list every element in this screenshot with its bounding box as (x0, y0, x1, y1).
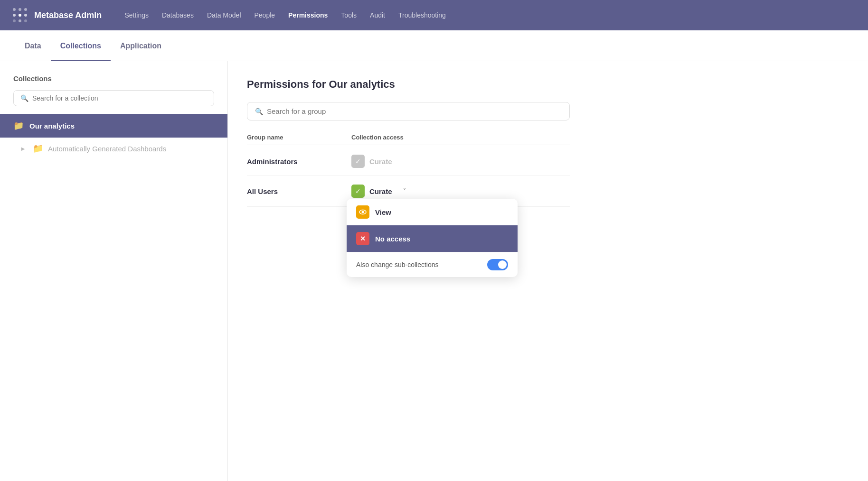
svg-point-8 (24, 19, 27, 22)
tab-data[interactable]: Data (15, 30, 51, 61)
check-icon-all-users: ✓ (351, 185, 365, 198)
collection-item-our-analytics[interactable]: 📁 Our analytics (0, 114, 227, 138)
access-dropdown-menu: View ✕ No access Also change sub-collect… (347, 199, 518, 277)
no-access-icon: ✕ (356, 232, 369, 245)
access-dropdown-toggle[interactable]: ˅ (397, 184, 412, 199)
svg-point-1 (19, 8, 21, 11)
collection-search-icon: 🔍 (20, 94, 28, 102)
nav-links: Settings Databases Data Model People Per… (124, 9, 857, 21)
collection-item-auto-dashboards[interactable]: ► 📁 Automatically Generated Dashboards (0, 138, 227, 159)
collection-search-box[interactable]: 🔍 (13, 90, 214, 106)
collection-search-input[interactable] (32, 94, 207, 102)
svg-point-0 (13, 8, 16, 11)
view-icon (356, 205, 369, 219)
nav-audit[interactable]: Audit (370, 9, 385, 21)
access-all-users: ✓ Curate ˅ (351, 184, 570, 199)
collection-child-label: Automatically Generated Dashboards (48, 145, 166, 153)
svg-point-7 (19, 19, 21, 22)
dropdown-no-access-label: No access (375, 235, 410, 243)
nav-troubleshooting[interactable]: Troubleshooting (398, 9, 446, 21)
collections-sidebar: Collections 🔍 📁 Our analytics ► 📁 Automa… (0, 61, 228, 481)
permissions-panel: Permissions for Our analytics 🔍 Group na… (228, 61, 868, 481)
sub-collections-toggle[interactable] (487, 259, 508, 270)
tab-application[interactable]: Application (111, 30, 171, 61)
access-administrators: ✓ Curate (351, 155, 570, 168)
brand-logo: Metabase Admin (11, 7, 102, 24)
permissions-table: Group name Collection access Administrat… (247, 134, 570, 207)
svg-point-3 (13, 14, 16, 17)
group-name-all-users: All Users (247, 187, 351, 195)
brand-name: Metabase Admin (34, 10, 102, 20)
collection-item-label: Our analytics (29, 122, 75, 130)
metabase-logo-icon (11, 7, 28, 24)
col-access-header: Collection access (351, 134, 570, 141)
folder-icon: 📁 (13, 120, 24, 131)
svg-point-5 (24, 14, 27, 17)
col-group-header: Group name (247, 134, 351, 141)
tab-collections[interactable]: Collections (51, 30, 111, 61)
svg-point-2 (24, 8, 27, 11)
nav-data-model[interactable]: Data Model (207, 9, 241, 21)
sidebar-title: Collections (0, 74, 227, 90)
group-search-icon: 🔍 (255, 108, 263, 115)
group-name-administrators: Administrators (247, 157, 351, 166)
permissions-row-administrators: Administrators ✓ Curate (247, 147, 570, 176)
dropdown-item-view[interactable]: View (347, 199, 518, 225)
dropdown-view-label: View (375, 208, 391, 216)
main-layout: Collections 🔍 📁 Our analytics ► 📁 Automa… (0, 61, 868, 481)
nav-settings[interactable]: Settings (124, 9, 149, 21)
group-search-box[interactable]: 🔍 (247, 102, 570, 120)
nav-databases[interactable]: Databases (162, 9, 194, 21)
chevron-right-icon: ► (20, 145, 26, 152)
top-navigation: Metabase Admin Settings Databases Data M… (0, 0, 868, 30)
sub-collections-label: Also change sub-collections (356, 261, 439, 268)
dropdown-footer: Also change sub-collections (347, 252, 518, 277)
folder-icon-child: 📁 (33, 143, 43, 154)
panel-title: Permissions for Our analytics (247, 78, 849, 91)
permissions-row-all-users: All Users ✓ Curate ˅ (247, 176, 570, 207)
svg-point-6 (13, 19, 16, 22)
access-label-administrators: Curate (369, 157, 392, 166)
svg-point-10 (362, 211, 364, 213)
group-search-input[interactable] (267, 107, 562, 115)
dropdown-item-no-access[interactable]: ✕ No access (347, 225, 518, 252)
nav-people[interactable]: People (255, 9, 275, 21)
tabs-bar: Data Collections Application (0, 30, 868, 61)
access-label-all-users: Curate (369, 187, 392, 195)
permissions-header: Group name Collection access (247, 134, 570, 145)
nav-tools[interactable]: Tools (341, 9, 357, 21)
eye-svg (359, 208, 367, 216)
nav-permissions[interactable]: Permissions (288, 9, 328, 21)
check-icon-administrators: ✓ (351, 155, 365, 168)
svg-point-4 (19, 14, 21, 17)
